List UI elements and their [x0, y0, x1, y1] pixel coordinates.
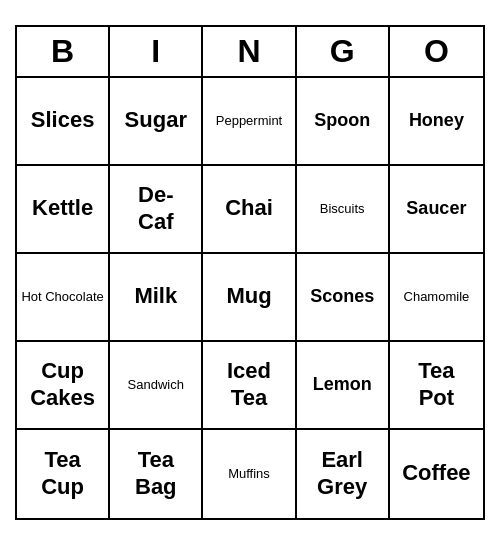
bingo-cell: CupCakes	[17, 342, 110, 430]
cell-label: Sandwich	[128, 377, 184, 393]
cell-label: Chai	[225, 195, 273, 221]
cell-label: Saucer	[406, 198, 466, 220]
bingo-cell: TeaPot	[390, 342, 483, 430]
bingo-cell: De-Caf	[110, 166, 203, 254]
cell-label: Peppermint	[216, 113, 282, 129]
cell-label: TeaCup	[41, 447, 84, 500]
bingo-cell: Peppermint	[203, 78, 296, 166]
header-letter: G	[297, 27, 390, 76]
cell-label: EarlGrey	[317, 447, 367, 500]
cell-label: IcedTea	[227, 358, 271, 411]
bingo-cell: Muffins	[203, 430, 296, 518]
cell-label: Chamomile	[404, 289, 470, 305]
bingo-cell: TeaCup	[17, 430, 110, 518]
cell-label: Kettle	[32, 195, 93, 221]
cell-label: Hot Chocolate	[21, 289, 103, 305]
cell-label: Scones	[310, 286, 374, 308]
bingo-grid: SlicesSugarPeppermintSpoonHoneyKettleDe-…	[17, 78, 483, 518]
bingo-header: BINGO	[17, 27, 483, 78]
cell-label: Coffee	[402, 460, 470, 486]
bingo-cell: Slices	[17, 78, 110, 166]
bingo-cell: Coffee	[390, 430, 483, 518]
header-letter: B	[17, 27, 110, 76]
bingo-cell: Sandwich	[110, 342, 203, 430]
bingo-cell: Mug	[203, 254, 296, 342]
cell-label: Milk	[134, 283, 177, 309]
cell-label: Mug	[226, 283, 271, 309]
bingo-cell: Saucer	[390, 166, 483, 254]
bingo-cell: Lemon	[297, 342, 390, 430]
cell-label: Honey	[409, 110, 464, 132]
bingo-card: BINGO SlicesSugarPeppermintSpoonHoneyKet…	[15, 25, 485, 520]
cell-label: Biscuits	[320, 201, 365, 217]
bingo-cell: Hot Chocolate	[17, 254, 110, 342]
bingo-cell: Sugar	[110, 78, 203, 166]
bingo-cell: Chai	[203, 166, 296, 254]
cell-label: De-Caf	[138, 182, 173, 235]
bingo-cell: Chamomile	[390, 254, 483, 342]
bingo-cell: EarlGrey	[297, 430, 390, 518]
cell-label: Lemon	[313, 374, 372, 396]
cell-label: Slices	[31, 107, 95, 133]
cell-label: TeaPot	[418, 358, 454, 411]
bingo-cell: TeaBag	[110, 430, 203, 518]
bingo-cell: Scones	[297, 254, 390, 342]
header-letter: O	[390, 27, 483, 76]
bingo-cell: Biscuits	[297, 166, 390, 254]
bingo-cell: Honey	[390, 78, 483, 166]
bingo-cell: Kettle	[17, 166, 110, 254]
cell-label: Sugar	[125, 107, 187, 133]
bingo-cell: Milk	[110, 254, 203, 342]
cell-label: Spoon	[314, 110, 370, 132]
header-letter: I	[110, 27, 203, 76]
cell-label: CupCakes	[30, 358, 95, 411]
bingo-cell: IcedTea	[203, 342, 296, 430]
cell-label: Muffins	[228, 466, 270, 482]
bingo-cell: Spoon	[297, 78, 390, 166]
cell-label: TeaBag	[135, 447, 177, 500]
header-letter: N	[203, 27, 296, 76]
